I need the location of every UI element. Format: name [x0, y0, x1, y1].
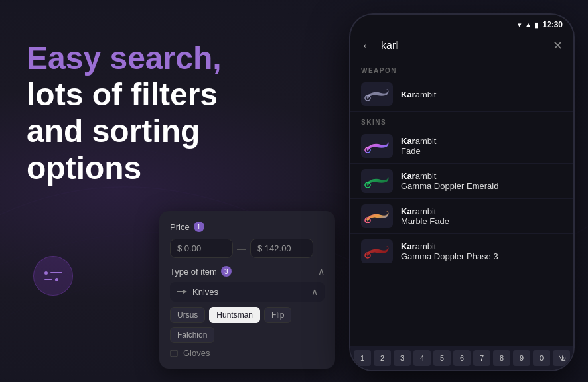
skin-phase3-rest: ambit	[415, 241, 437, 251]
kb-key-3[interactable]: 3	[394, 350, 411, 366]
skin-marble-rest: ambit	[415, 206, 437, 216]
knives-chevron-icon: ∧	[311, 286, 318, 297]
skin-phase3-name: Karambit	[401, 241, 563, 251]
kb-key-7[interactable]: 7	[473, 350, 490, 366]
price-label: Price 1	[170, 222, 204, 232]
skin-emerald-name: Karambit	[401, 171, 563, 181]
result-skin-emerald[interactable]: Karambit Gamma Doppler Emerald	[350, 164, 573, 199]
result-skin-marble[interactable]: Karambit Marble Fade	[350, 199, 573, 234]
marble-thumb	[361, 204, 393, 228]
kb-key-num[interactable]: №	[553, 350, 570, 366]
search-bold: kar	[381, 40, 396, 51]
tag-huntsman[interactable]: Huntsman	[209, 307, 260, 323]
gloves-row: Gloves	[170, 348, 325, 358]
karambit-phase3-thumb	[362, 242, 392, 261]
headline-line3: and sorting	[27, 113, 200, 149]
headline-line4: options	[27, 151, 141, 186]
svg-rect-0	[177, 291, 183, 292]
knives-row[interactable]: Knives ∧	[170, 282, 325, 302]
kb-key-6[interactable]: 6	[453, 350, 471, 366]
signal-icon: ▲	[524, 21, 532, 29]
skin-fade-bold: Kar	[401, 136, 415, 146]
karambit-weapon-thumb	[362, 85, 392, 103]
weapon-thumb	[361, 82, 393, 106]
phone-mockup: ▾ ▲ ▮ 12:30 ← karl ✕ WEAPON	[349, 13, 575, 371]
kb-key-0[interactable]: 0	[533, 350, 550, 366]
filter-lines-icon	[44, 271, 62, 281]
filter-bar-1	[50, 272, 62, 273]
item-type-header[interactable]: Type of item 3 ∧	[170, 266, 325, 277]
result-weapon-karambit[interactable]: Karambit	[350, 77, 573, 112]
item-type-label: Type of item 3	[170, 266, 232, 277]
skins-section-header: SKINS	[350, 112, 573, 129]
karambit-marble-thumb	[362, 207, 392, 225]
wifi-icon: ▾	[518, 21, 522, 29]
status-icons: ▾ ▲ ▮	[518, 21, 538, 29]
filter-dot-1	[44, 271, 48, 275]
tag-flip[interactable]: Flip	[264, 307, 291, 323]
price-dash: —	[237, 243, 246, 254]
price-to-input[interactable]: $ 142.00	[250, 239, 313, 258]
skin-fade-subname: Fade	[401, 146, 563, 156]
skin-emerald-info: Karambit Gamma Doppler Emerald	[401, 171, 563, 191]
tag-ursus[interactable]: Ursus	[170, 307, 205, 323]
close-button[interactable]: ✕	[553, 38, 563, 53]
tag-falchion[interactable]: Falchion	[170, 327, 214, 343]
kb-key-5[interactable]: 5	[433, 350, 451, 366]
gloves-label: Gloves	[183, 348, 210, 358]
battery-icon: ▮	[534, 21, 538, 29]
search-bar: ← karl ✕	[350, 34, 573, 60]
skin-phase3-bold: Kar	[401, 241, 415, 251]
kb-key-8[interactable]: 8	[493, 350, 510, 366]
headline-line2: lots of filters	[27, 77, 218, 112]
weapon-karambit-name: Karambit	[401, 90, 563, 99]
price-badge: 1	[194, 222, 204, 232]
status-bar: ▾ ▲ ▮ 12:30	[350, 15, 573, 34]
status-time: 12:30	[542, 20, 563, 29]
weapon-karambit-bold: Kar	[401, 90, 415, 99]
weapon-karambit-rest: ambit	[415, 90, 437, 99]
left-section: Easy search, lots of filters and sorting…	[27, 40, 305, 186]
skin-marble-bold: Kar	[401, 206, 415, 216]
fade-thumb	[361, 134, 393, 158]
weapon-karambit-info: Karambit	[401, 90, 563, 99]
emerald-thumb	[361, 169, 393, 193]
svg-marker-1	[183, 290, 187, 294]
price-from-input[interactable]: $ 0.00	[170, 239, 233, 258]
result-skin-fade[interactable]: Karambit Fade	[350, 129, 573, 164]
result-skin-phase3[interactable]: Karambit Gamma Doppler Phase 3	[350, 234, 573, 269]
skin-emerald-subname: Gamma Doppler Emerald	[401, 181, 563, 191]
search-input[interactable]: karl	[381, 40, 545, 52]
tags-row: Ursus Huntsman Flip Falchion	[170, 307, 325, 343]
karambit-fade-thumb	[362, 137, 392, 155]
kb-key-1[interactable]: 1	[354, 350, 371, 366]
skin-marble-name: Karambit	[401, 206, 563, 216]
filter-bar-2	[44, 279, 52, 280]
knives-label: Knives	[177, 287, 218, 297]
results-container[interactable]: WEAPON Karambit SKINS	[350, 60, 573, 336]
karambit-emerald-thumb	[362, 172, 392, 190]
kb-key-4[interactable]: 4	[413, 350, 431, 366]
filter-dot-2	[55, 278, 58, 281]
skin-marble-info: Karambit Marble Fade	[401, 206, 563, 226]
keyboard-bar: 1 2 3 4 5 6 7 8 9 0 №	[350, 346, 573, 370]
filter-line-1	[44, 271, 62, 275]
filter-line-2	[44, 278, 62, 281]
filter-panel: Price 1 $ 0.00 — $ 142.00 Type of item 3…	[159, 211, 335, 369]
skin-fade-name: Karambit	[401, 136, 563, 146]
headline-accent: Easy search,	[27, 40, 222, 76]
phase3-thumb	[361, 239, 393, 263]
weapon-section-header: WEAPON	[350, 60, 573, 77]
knife-icon	[177, 289, 187, 294]
skin-fade-rest: ambit	[415, 136, 437, 146]
skin-emerald-rest: ambit	[415, 171, 437, 181]
headline: Easy search, lots of filters and sorting…	[27, 40, 305, 186]
price-inputs: $ 0.00 — $ 142.00	[170, 239, 325, 258]
search-dim: l	[396, 40, 398, 51]
kb-key-9[interactable]: 9	[513, 350, 530, 366]
chevron-up-icon: ∧	[318, 266, 325, 277]
checkbox-icon	[170, 350, 178, 357]
skin-phase3-info: Karambit Gamma Doppler Phase 3	[401, 241, 563, 261]
kb-key-2[interactable]: 2	[374, 350, 391, 366]
back-button[interactable]: ←	[361, 39, 373, 53]
